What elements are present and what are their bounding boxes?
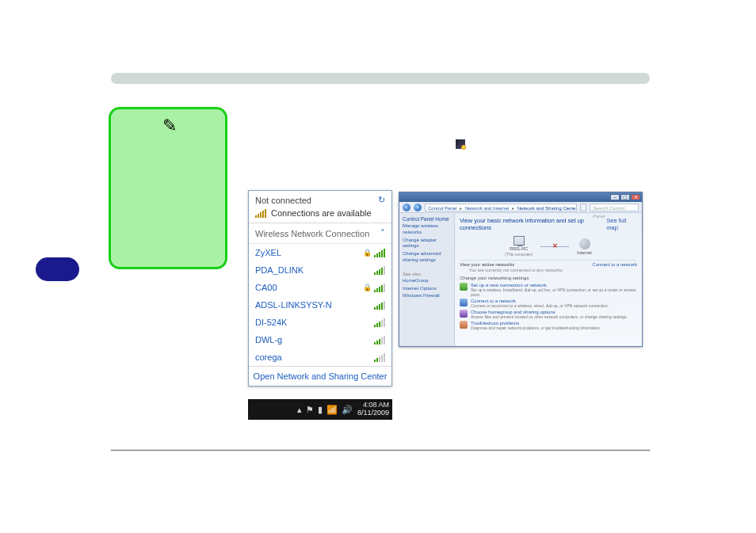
option-text: Troubleshoot problemsDiagnose and repair…	[471, 321, 601, 330]
nav-forward-button[interactable]: ›	[414, 204, 422, 211]
wifi-network-item[interactable]: ADSL-LINKSYSY-N	[249, 296, 391, 314]
wifi-network-item[interactable]: DWL-g	[249, 331, 391, 348]
signal-strength-icon	[374, 335, 385, 345]
wifi-network-item[interactable]: CA00🔒	[249, 279, 391, 296]
open-network-sharing-center-link[interactable]: Open Network and Sharing Center	[249, 366, 391, 386]
volume-icon[interactable]: 🔊	[342, 405, 353, 415]
close-button[interactable]: ✕	[631, 194, 640, 200]
chevron-up-icon[interactable]: ˄	[380, 228, 385, 238]
window-sidebar: Control Panel Home Manage wireless netwo…	[399, 213, 455, 346]
wifi-network-item[interactable]: corega	[249, 348, 391, 366]
networking-option[interactable]: Troubleshoot problemsDiagnose and repair…	[460, 320, 637, 331]
wifi-network-item[interactable]: DI-524K	[249, 314, 391, 331]
option-text: Connect to a networkConnect or reconnect…	[471, 299, 609, 308]
clock-date: 8/11/2009	[357, 409, 389, 417]
networking-options: Set up a new connection or networkSet up…	[460, 282, 637, 331]
networking-option[interactable]: Connect to a networkConnect or reconnect…	[460, 298, 637, 309]
control-panel-home-link[interactable]: Control Panel Home	[403, 216, 451, 222]
bottom-divider	[111, 450, 650, 451]
wifi-network-name: PDA_DLINK	[255, 265, 304, 275]
wifi-status: Not connected	[255, 196, 311, 205]
see-full-map-link[interactable]: See full map	[606, 217, 637, 231]
computer-icon	[514, 236, 525, 246]
signal-icon	[255, 208, 266, 218]
connect-to-network-link[interactable]: Connect to a network	[592, 262, 637, 267]
breadcrumb[interactable]: Control Panel ▸ Network and Internet ▸ N…	[425, 204, 577, 211]
battery-icon[interactable]: ▮	[318, 405, 323, 415]
pen-icon: ✎	[162, 116, 177, 136]
sidebar-see-also-head: See also	[403, 272, 451, 276]
breadcrumb-root[interactable]: Control Panel	[428, 206, 456, 211]
sidebar-link-advanced-sharing[interactable]: Change advanced sharing settings	[403, 251, 451, 264]
option-icon	[460, 299, 468, 306]
wifi-network-name: CA00	[255, 283, 277, 292]
networking-option[interactable]: Choose homegroup and sharing optionsAcce…	[460, 309, 637, 320]
signal-strength-icon	[374, 248, 385, 257]
diagram-pc-sub: (This computer)	[505, 252, 533, 257]
decorative-header-bar	[111, 73, 650, 84]
breadcrumb-sep-icon: ▸	[460, 206, 462, 211]
wifi-network-status	[374, 265, 385, 275]
wifi-popup: Not connected ↻ Connections are availabl…	[248, 190, 392, 386]
active-networks-head: View your active networks	[460, 262, 514, 267]
wifi-network-status	[374, 318, 385, 327]
wifi-network-status	[374, 335, 385, 345]
decorative-pill	[36, 257, 79, 281]
search-input[interactable]: Search Control Panel	[590, 204, 639, 211]
refresh-icon[interactable]: ↻	[378, 195, 385, 205]
lock-icon: 🔒	[363, 249, 372, 257]
signal-strength-icon	[374, 265, 385, 275]
option-desc: Access files and printers located on oth…	[471, 314, 628, 319]
wifi-network-name: ADSL-LINKSYSY-N	[255, 300, 332, 310]
option-text: Set up a new connection or networkSet up…	[471, 283, 637, 297]
network-icon[interactable]: 📶	[326, 405, 338, 415]
wifi-network-name: corega	[255, 352, 282, 362]
wifi-network-name: DWL-g	[255, 335, 282, 345]
wifi-network-item[interactable]: PDA_DLINK	[249, 261, 391, 279]
option-icon	[460, 310, 468, 318]
sidebar-link-adapter-settings[interactable]: Change adapter settings	[403, 238, 451, 250]
breadcrumb-current[interactable]: Network and Sharing Center	[517, 206, 577, 211]
sidebar-link-manage-wireless[interactable]: Manage wireless networks	[403, 223, 451, 236]
wifi-network-name: DI-524K	[255, 318, 287, 327]
option-text: Choose homegroup and sharing optionsAcce…	[471, 310, 628, 319]
sidebar-seealso-homegroup[interactable]: HomeGroup	[403, 278, 451, 284]
option-desc: Set up a wireless, broadband, dial-up, a…	[471, 287, 637, 297]
sidebar-seealso-internet-options[interactable]: Internet Options	[403, 286, 451, 292]
note-card: ✎	[109, 107, 227, 269]
wifi-available-label: Connections are available	[271, 208, 372, 218]
flag-icon[interactable]: ⚑	[306, 405, 314, 415]
tray-arrow-icon[interactable]: ▴	[297, 405, 302, 415]
maximize-button[interactable]: ▢	[620, 194, 630, 200]
internet-icon	[579, 238, 590, 249]
signal-strength-icon	[374, 318, 385, 327]
minimize-button[interactable]: –	[610, 194, 620, 200]
wifi-network-status: 🔒	[363, 248, 385, 257]
lock-icon: 🔒	[363, 284, 372, 291]
wifi-network-status: 🔒	[363, 283, 385, 292]
wifi-network-item[interactable]: ZyXEL🔒	[249, 244, 391, 261]
wifi-network-status	[374, 352, 385, 362]
diagram-internet-label: Internet	[577, 250, 592, 255]
wifi-network-status	[374, 300, 385, 310]
breadcrumb-mid[interactable]: Network and Internet	[465, 206, 510, 211]
signal-strength-icon	[374, 283, 385, 292]
window-toolbar: ‹ › Control Panel ▸ Network and Internet…	[399, 202, 642, 213]
wifi-network-name: ZyXEL	[255, 248, 281, 257]
system-clock[interactable]: 4:08 AM 8/11/2009	[357, 402, 389, 417]
signal-strength-icon	[374, 352, 385, 362]
taskbar: ▴ ⚑ ▮ 📶 🔊 4:08 AM 8/11/2009	[248, 399, 392, 420]
breadcrumb-sep-icon: ▸	[512, 206, 514, 211]
main-title: View your basic network information and …	[460, 217, 606, 231]
option-desc: Diagnose and repair network problems, or…	[471, 326, 601, 330]
system-tray: ▴ ⚑ ▮ 📶 🔊	[297, 405, 353, 415]
disconnected-x-icon: ✕	[552, 242, 558, 249]
connection-line: ✕	[540, 246, 569, 247]
sidebar-seealso-windows-firewall[interactable]: Windows Firewall	[403, 293, 451, 299]
window-titlebar[interactable]: – ▢ ✕	[399, 192, 642, 202]
breadcrumb-dropdown[interactable]	[580, 204, 586, 211]
wifi-list: ZyXEL🔒PDA_DLINKCA00🔒ADSL-LINKSYSY-NDI-52…	[249, 244, 391, 366]
networking-option[interactable]: Set up a new connection or networkSet up…	[460, 282, 637, 298]
change-settings-head: Change your networking settings	[460, 276, 637, 280]
nav-back-button[interactable]: ‹	[403, 204, 410, 211]
